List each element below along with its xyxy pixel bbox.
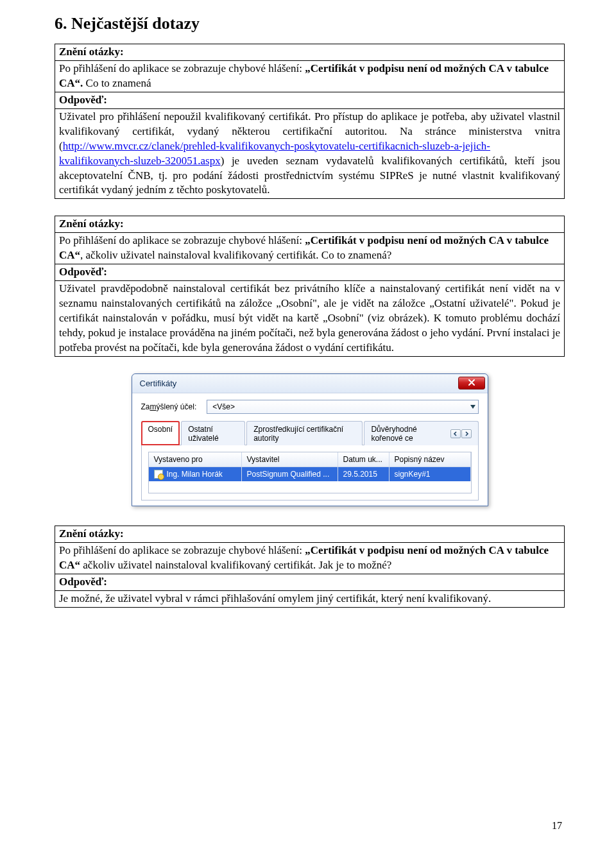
dialog-title: Certifikáty	[140, 379, 177, 388]
table-row	[149, 481, 471, 493]
question-text: Po přihlášení do aplikace se zobrazuje c…	[55, 232, 564, 264]
purpose-row: Zamýšlený účel: <Vše>	[141, 400, 479, 414]
tab-other-users[interactable]: Ostatní uživatelé	[181, 421, 245, 445]
question-text: Po přihlášení do aplikace se zobrazuje c…	[55, 60, 564, 92]
tab-scroll-right[interactable]	[461, 429, 472, 438]
q3-pre: Po přihlášení do aplikace se zobrazuje c…	[59, 544, 305, 556]
list-header: Vystaveno pro Vystavitel Datum uk... Pop…	[149, 452, 471, 467]
page-heading: 6. Nejčastější dotazy	[55, 14, 565, 33]
purpose-label: Zamýšlený účel:	[141, 402, 197, 411]
faq-block-2: Znění otázky: Po přihlášení do aplikace …	[55, 216, 565, 356]
row-expiry: 29.5.2015	[338, 467, 389, 481]
row-issued-to: Ing. Milan Horák	[167, 470, 223, 479]
certificate-icon	[154, 470, 163, 479]
purpose-label-accel: m	[150, 402, 157, 411]
certificate-list-area: Vystaveno pro Vystavitel Datum uk... Pop…	[141, 445, 479, 501]
question-label: Znění otázky:	[55, 216, 564, 232]
q3-post: ačkoliv uživatel nainstaloval kvalifikov…	[80, 559, 391, 571]
col-friendly-name[interactable]: Popisný název	[389, 452, 471, 466]
dialog-titlebar: Certifikáty	[132, 374, 488, 393]
combo-value: <Vše>	[212, 402, 235, 411]
purpose-label-post: ýšlený účel:	[157, 402, 197, 411]
answer-text: Je možné, že uživatel vybral v rámci při…	[55, 590, 564, 607]
col-expiry[interactable]: Datum uk...	[338, 452, 389, 466]
q1-pre: Po přihlášení do aplikace se zobrazuje c…	[59, 62, 305, 74]
tabs: Osobní Ostatní uživatelé Zprostředkující…	[141, 420, 479, 445]
row-issuer: PostSignum Qualified ...	[242, 467, 338, 481]
tab-trusted-root-label: Důvěryhodné kořenové ce	[371, 425, 446, 443]
answer-label: Odpověď:	[55, 264, 564, 280]
tab-scroll-buttons	[450, 429, 472, 438]
question-label: Znění otázky:	[55, 44, 564, 60]
answer-label: Odpověď:	[55, 92, 564, 108]
purpose-label-pre: Za	[141, 402, 150, 411]
tab-intermediate-ca[interactable]: Zprostředkující certifikační autority	[246, 421, 363, 445]
faq-block-1: Znění otázky: Po přihlášení do aplikace …	[55, 44, 565, 199]
answer-label: Odpověď:	[55, 574, 564, 590]
certificate-listbox[interactable]: Vystaveno pro Vystavitel Datum uk... Pop…	[148, 452, 472, 493]
close-button[interactable]	[458, 377, 485, 389]
tab-trusted-root[interactable]: Důvěryhodné kořenové ce	[364, 421, 478, 445]
question-text: Po přihlášení do aplikace se zobrazuje c…	[55, 542, 564, 574]
row-friendly-name: signKey#1	[389, 467, 471, 481]
q2-pre: Po přihlášení do aplikace se zobrazuje c…	[59, 234, 305, 246]
table-row[interactable]: Ing. Milan Horák PostSignum Qualified ..…	[149, 467, 471, 481]
q1-post: Co to znamená	[83, 77, 151, 89]
col-issued-to[interactable]: Vystaveno pro	[149, 452, 242, 466]
answer-text: Uživatel pravděpodobně nainstaloval cert…	[55, 280, 564, 356]
close-icon	[468, 379, 475, 388]
answer-text: Uživatel pro přihlášení nepoužil kvalifi…	[55, 108, 564, 199]
certificates-dialog: Certifikáty Zamýšlený účel: <Vše> Osobní…	[132, 373, 488, 506]
faq-block-3: Znění otázky: Po přihlášení do aplikace …	[55, 526, 565, 608]
q2-post: , ačkoliv uživatel nainstaloval kvalifik…	[80, 249, 391, 261]
col-issuer[interactable]: Vystavitel	[242, 452, 338, 466]
purpose-combobox[interactable]: <Vše>	[207, 400, 478, 414]
question-label: Znění otázky:	[55, 526, 564, 542]
tab-scroll-left[interactable]	[450, 429, 461, 438]
tab-personal[interactable]: Osobní	[141, 421, 180, 445]
chevron-down-icon	[470, 405, 475, 409]
page-number: 17	[552, 820, 562, 832]
